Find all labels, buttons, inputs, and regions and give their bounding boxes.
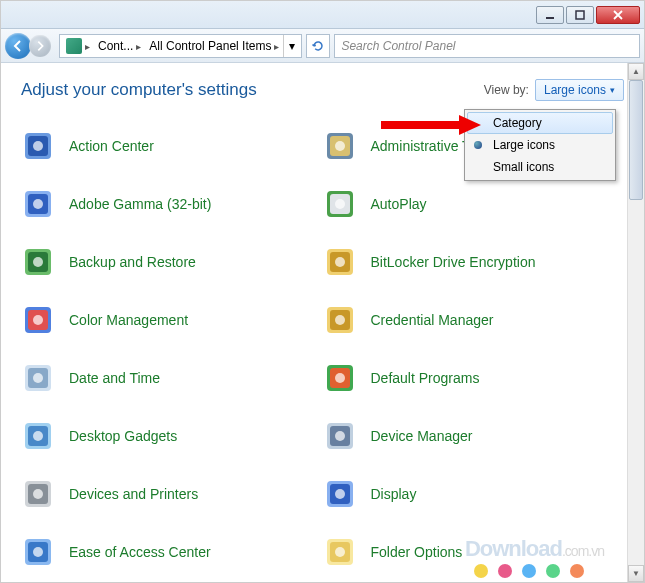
control-panel-item-label: Credential Manager xyxy=(371,312,494,328)
control-panel-item[interactable]: Date and Time xyxy=(21,361,315,395)
access-icon xyxy=(21,535,55,569)
svg-point-4 xyxy=(33,141,43,151)
control-panel-item-label: Desktop Gadgets xyxy=(69,428,177,444)
autoplay-icon xyxy=(323,187,357,221)
control-panel-grid: Action Center Administrative Tools Adobe… xyxy=(21,129,636,569)
control-panel-item-label: Display xyxy=(371,486,417,502)
dot xyxy=(546,564,560,578)
monitor-icon xyxy=(21,187,55,221)
control-panel-item-label: BitLocker Drive Encryption xyxy=(371,254,536,270)
refresh-button[interactable] xyxy=(306,34,330,58)
control-panel-item[interactable]: Desktop Gadgets xyxy=(21,419,315,453)
tools-icon xyxy=(323,129,357,163)
watermark: Download.com.vn xyxy=(465,536,604,562)
dropdown-item[interactable]: Category xyxy=(467,112,613,134)
viewby-value: Large icons xyxy=(544,83,606,97)
svg-point-31 xyxy=(335,373,345,383)
svg-point-46 xyxy=(33,547,43,557)
control-panel-item[interactable]: BitLocker Drive Encryption xyxy=(323,245,617,279)
navbar: Cont... All Control Panel Items ▾ Search… xyxy=(1,29,644,63)
viewby-label: View by: xyxy=(484,83,529,97)
color-icon xyxy=(21,303,55,337)
control-panel-item[interactable]: Action Center xyxy=(21,129,315,163)
forward-button[interactable] xyxy=(29,35,51,57)
printer-icon xyxy=(21,477,55,511)
clock-icon xyxy=(21,361,55,395)
svg-point-43 xyxy=(335,489,345,499)
control-panel-item-label: Default Programs xyxy=(371,370,480,386)
annotation-arrow xyxy=(381,115,481,142)
control-panel-item[interactable]: Ease of Access Center xyxy=(21,535,315,569)
titlebar xyxy=(1,1,644,29)
control-panel-item-label: Folder Options xyxy=(371,544,463,560)
control-panel-item[interactable]: Backup and Restore xyxy=(21,245,315,279)
svg-rect-0 xyxy=(546,17,554,19)
svg-point-49 xyxy=(335,547,345,557)
control-panel-item[interactable]: AutoPlay xyxy=(323,187,617,221)
backup-icon xyxy=(21,245,55,279)
svg-point-7 xyxy=(335,141,345,151)
control-panel-item[interactable]: Adobe Gamma (32-bit) xyxy=(21,187,315,221)
control-panel-item[interactable]: Devices and Printers xyxy=(21,477,315,511)
svg-point-28 xyxy=(33,373,43,383)
device-icon xyxy=(323,419,357,453)
display-icon xyxy=(323,477,357,511)
dot xyxy=(522,564,536,578)
dot xyxy=(570,564,584,578)
control-panel-item[interactable]: Default Programs xyxy=(323,361,617,395)
breadcrumb-segment[interactable]: Cont... xyxy=(94,37,145,55)
vertical-scrollbar[interactable]: ▲ ▼ xyxy=(627,63,644,582)
dot xyxy=(474,564,488,578)
breadcrumb-segment[interactable]: All Control Panel Items xyxy=(145,37,283,55)
control-panel-item-label: Action Center xyxy=(69,138,154,154)
viewby-dropdown: CategoryLarge iconsSmall icons xyxy=(464,109,616,181)
folder-icon xyxy=(323,535,357,569)
control-panel-item[interactable]: Device Manager xyxy=(323,419,617,453)
control-panel-item-label: Ease of Access Center xyxy=(69,544,211,560)
search-input[interactable]: Search Control Panel xyxy=(334,34,640,58)
breadcrumb-dropdown[interactable]: ▾ xyxy=(283,35,299,57)
search-placeholder: Search Control Panel xyxy=(341,39,455,53)
viewby-control: View by: Large icons xyxy=(484,79,624,101)
dropdown-item[interactable]: Small icons xyxy=(467,156,613,178)
breadcrumb[interactable]: Cont... All Control Panel Items ▾ xyxy=(59,34,302,58)
watermark-dots xyxy=(474,564,584,578)
control-panel-item[interactable]: Color Management xyxy=(21,303,315,337)
svg-point-16 xyxy=(33,257,43,267)
breadcrumb-label: All Control Panel Items xyxy=(149,39,271,53)
dropdown-item-label: Category xyxy=(493,116,542,130)
scroll-up-button[interactable]: ▲ xyxy=(628,63,644,80)
viewby-button[interactable]: Large icons xyxy=(535,79,624,101)
flag-icon xyxy=(21,129,55,163)
svg-rect-1 xyxy=(576,11,584,19)
svg-point-25 xyxy=(335,315,345,325)
watermark-suffix: .com.vn xyxy=(562,543,604,559)
control-panel-item-label: Devices and Printers xyxy=(69,486,198,502)
control-panel-item[interactable]: Display xyxy=(323,477,617,511)
control-panel-item-label: Device Manager xyxy=(371,428,473,444)
gadgets-icon xyxy=(21,419,55,453)
control-panel-item-label: Backup and Restore xyxy=(69,254,196,270)
svg-point-22 xyxy=(33,315,43,325)
scroll-down-button[interactable]: ▼ xyxy=(628,565,644,582)
scroll-thumb[interactable] xyxy=(629,80,643,200)
svg-point-10 xyxy=(33,199,43,209)
safe-icon xyxy=(323,303,357,337)
back-button[interactable] xyxy=(5,33,31,59)
control-panel-item-label: Adobe Gamma (32-bit) xyxy=(69,196,211,212)
close-button[interactable] xyxy=(596,6,640,24)
svg-point-13 xyxy=(335,199,345,209)
svg-point-19 xyxy=(335,257,345,267)
minimize-button[interactable] xyxy=(536,6,564,24)
nav-buttons xyxy=(5,32,55,60)
maximize-button[interactable] xyxy=(566,6,594,24)
svg-point-40 xyxy=(33,489,43,499)
control-panel-item-label: Color Management xyxy=(69,312,188,328)
control-panel-item-label: AutoPlay xyxy=(371,196,427,212)
page-title: Adjust your computer's settings xyxy=(21,80,257,100)
control-panel-item[interactable]: Credential Manager xyxy=(323,303,617,337)
dropdown-item[interactable]: Large icons xyxy=(467,134,613,156)
defaults-icon xyxy=(323,361,357,395)
breadcrumb-root-icon[interactable] xyxy=(62,36,94,56)
svg-point-34 xyxy=(33,431,43,441)
